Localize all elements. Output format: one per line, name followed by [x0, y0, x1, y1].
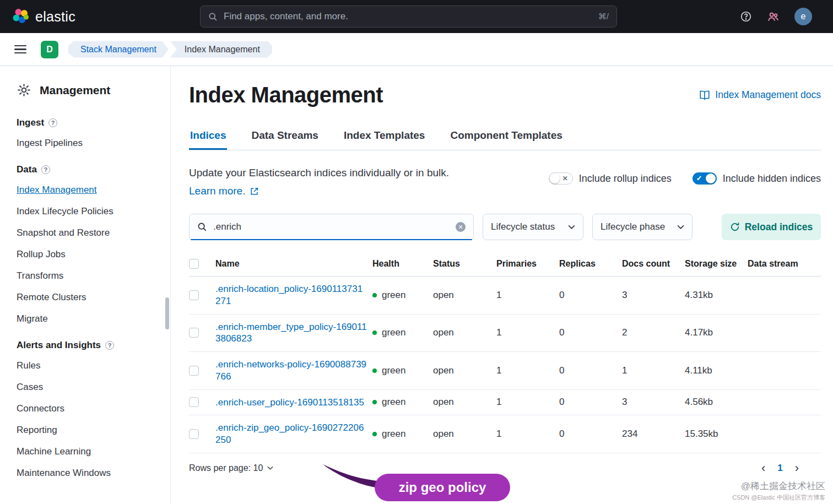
health-dot-icon: [372, 400, 377, 404]
sidebar-scrollbar[interactable]: [165, 297, 169, 329]
health-dot-icon: [372, 293, 377, 297]
health-label: green: [382, 365, 405, 376]
select-all-checkbox[interactable]: [189, 259, 199, 269]
space-badge[interactable]: D: [41, 41, 58, 58]
replicas-cell: 0: [559, 352, 622, 390]
search-icon: [197, 222, 207, 232]
page-description: Update your Elasticsearch indices indivi…: [189, 167, 449, 179]
primaries-cell: 1: [496, 352, 559, 390]
tab-bar: IndicesData StreamsIndex TemplatesCompon…: [189, 129, 821, 150]
sidebar-item-reporting[interactable]: Reporting: [17, 425, 160, 436]
check-icon: ✓: [696, 174, 702, 182]
health-dot-icon: [372, 330, 377, 335]
tab-component-templates[interactable]: Component Templates: [449, 129, 563, 150]
row-checkbox[interactable]: [189, 328, 199, 338]
rows-per-page-select[interactable]: Rows per page: 10: [189, 463, 273, 473]
column-header-name: Name: [215, 256, 372, 277]
sidebar-item-maintenance-windows[interactable]: Maintenance Windows: [17, 468, 160, 479]
user-avatar[interactable]: e: [794, 8, 812, 25]
include-rollup-toggle[interactable]: ✕: [549, 172, 573, 185]
index-name-link[interactable]: .enrich-user_policy-1690113518135: [215, 397, 364, 409]
chevron-down-icon: [568, 225, 575, 229]
table-row: .enrich-networks-policy-1690088739766gre…: [189, 352, 821, 390]
docs-count-cell: 1: [622, 352, 685, 390]
sidebar-item-migrate[interactable]: Migrate: [17, 313, 160, 324]
replicas-cell: 0: [559, 277, 622, 315]
index-name-link[interactable]: .enrich-zip_geo_policy-1690272206250: [215, 422, 367, 446]
row-checkbox[interactable]: [189, 429, 199, 439]
health-label: green: [382, 397, 405, 408]
sidebar-item-cases[interactable]: Cases: [17, 382, 160, 393]
tab-data-streams[interactable]: Data Streams: [250, 129, 319, 150]
status-cell: open: [433, 389, 496, 415]
hidden-toggle-label: Include hidden indices: [723, 173, 821, 185]
health-dot-icon: [372, 368, 377, 373]
replicas-cell: 0: [559, 415, 622, 453]
chevron-down-icon: [677, 225, 684, 229]
elastic-brand[interactable]: elastic: [12, 8, 75, 25]
rollup-indices-toggle-row: ✕ Include rollup indices: [549, 172, 672, 185]
management-sidebar: Management Ingest?Ingest PipelinesData?I…: [0, 66, 171, 504]
global-search-input[interactable]: Find apps, content, and more. ⌘/: [200, 6, 617, 28]
menu-icon[interactable]: [14, 45, 26, 54]
data-stream-cell: [748, 314, 821, 352]
sidebar-item-ingest-pipelines[interactable]: Ingest Pipelines: [17, 138, 160, 149]
column-header-primaries: Primaries: [496, 256, 559, 277]
page-number[interactable]: 1: [777, 463, 782, 474]
sidebar-item-remote-clusters[interactable]: Remote Clusters: [17, 292, 160, 303]
sidebar-item-transforms[interactable]: Transforms: [17, 270, 160, 281]
docs-link[interactable]: Index Management docs: [699, 89, 821, 101]
book-icon: [699, 90, 710, 101]
row-checkbox[interactable]: [189, 397, 199, 407]
annotation-callout: zip geo policy: [375, 474, 510, 501]
lower-layout: Management Ingest?Ingest PipelinesData?I…: [0, 66, 833, 504]
health-cell: green: [372, 397, 428, 408]
help-icon[interactable]: [740, 10, 752, 23]
sidebar-item-connectors[interactable]: Connectors: [17, 403, 160, 414]
index-name-link[interactable]: .enrich-location_policy-1690113731271: [215, 283, 367, 307]
reload-indices-button[interactable]: Reload indices: [722, 214, 821, 240]
index-search-input[interactable]: .enrich ✕: [189, 214, 474, 240]
column-header-storage-size: Storage size: [685, 256, 748, 277]
column-header-health: Health: [372, 256, 433, 277]
chevron-down-icon: [267, 466, 273, 470]
breadcrumb-stack-management[interactable]: Stack Management: [68, 41, 169, 58]
page-title: Index Management: [189, 83, 383, 107]
column-header-status: Status: [433, 256, 496, 277]
search-icon: [208, 12, 218, 21]
next-page-icon[interactable]: ›: [795, 462, 799, 474]
sidebar-item-rollup-jobs[interactable]: Rollup Jobs: [17, 249, 160, 260]
learn-more-link[interactable]: Learn more.: [189, 185, 259, 197]
sidebar-item-rules[interactable]: Rules: [17, 360, 160, 371]
section-help-icon: ?: [105, 341, 114, 350]
table-row: .enrich-user_policy-1690113518135greenop…: [189, 389, 821, 415]
x-icon: ✕: [562, 175, 568, 182]
sidebar-item-index-lifecycle-policies[interactable]: Index Lifecycle Policies: [17, 206, 160, 217]
include-hidden-toggle[interactable]: ✓: [693, 172, 717, 185]
docs-link-label: Index Management docs: [715, 89, 821, 101]
index-name-link[interactable]: .enrich-networks-policy-1690088739766: [215, 359, 367, 383]
lifecycle-phase-label: Lifecycle phase: [601, 221, 665, 232]
rollup-toggle-label: Include rollup indices: [579, 173, 672, 185]
status-cell: open: [433, 314, 496, 352]
top-header: elastic Find apps, content, and more. ⌘/…: [0, 0, 833, 33]
health-label: green: [382, 327, 405, 338]
sidebar-item-machine-learning[interactable]: Machine Learning: [17, 446, 160, 457]
lifecycle-phase-select[interactable]: Lifecycle phase: [592, 214, 693, 240]
sidebar-section-title: Alerts and Insights?: [17, 340, 160, 351]
row-checkbox[interactable]: [189, 366, 199, 376]
sidebar-item-snapshot-and-restore[interactable]: Snapshot and Restore: [17, 227, 160, 239]
index-name-link[interactable]: .enrich-member_type_policy-1690113806823: [215, 321, 367, 345]
tab-index-templates[interactable]: Index Templates: [343, 129, 426, 150]
storage-size-cell: 4.11kb: [685, 352, 748, 390]
tab-indices[interactable]: Indices: [189, 129, 227, 150]
refresh-icon: [730, 222, 740, 232]
sidebar-item-index-management[interactable]: Index Management: [17, 185, 160, 196]
lifecycle-status-select[interactable]: Lifecycle status: [483, 214, 583, 240]
users-icon[interactable]: [767, 10, 780, 23]
rows-per-page-label: Rows per page: 10: [189, 463, 263, 473]
section-help-icon: ?: [48, 118, 57, 127]
clear-search-icon[interactable]: ✕: [456, 222, 466, 232]
row-checkbox[interactable]: [189, 290, 199, 300]
previous-page-icon[interactable]: ‹: [761, 462, 765, 474]
